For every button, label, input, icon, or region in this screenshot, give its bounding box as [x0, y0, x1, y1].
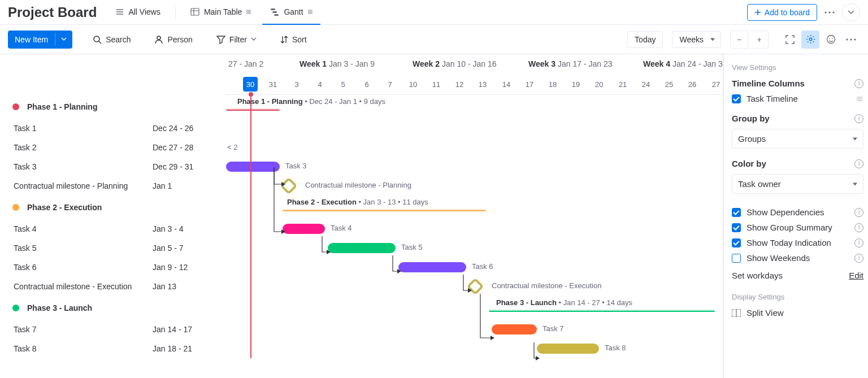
task-bar-label: Task 8	[605, 344, 626, 352]
sort-button[interactable]: Sort	[275, 32, 313, 47]
task-row[interactable]: Task 3Dec 29 - 31	[0, 157, 226, 176]
task-bar-label: Task 3	[285, 162, 307, 170]
task-row[interactable]: Task 7Jan 14 - 17	[0, 320, 226, 339]
color-by-select[interactable]: Task owner	[732, 174, 863, 194]
checkbox-icon[interactable]	[732, 208, 741, 217]
task-row[interactable]: Task 8Jan 18 - 21	[0, 339, 226, 358]
new-item-button[interactable]: New Item	[8, 31, 72, 49]
dependency-arrow-icon	[327, 250, 331, 254]
gantt-body[interactable]: Phase 1 - Planning • Dec 24 - Jan 1 • 9 …	[226, 95, 723, 358]
task-bar[interactable]	[398, 262, 466, 272]
day-label: 4	[313, 77, 327, 92]
zoom-out-button[interactable]: −	[730, 31, 748, 49]
day-label: 13	[475, 77, 490, 92]
svg-point-8	[157, 36, 160, 40]
task-row[interactable]: Task 2Dec 27 - 28	[0, 138, 226, 157]
summary-bar[interactable]	[489, 310, 715, 312]
task-name: Task 6	[12, 263, 153, 272]
task-row[interactable]: Contractual milestone - ExecutionJan 13	[0, 277, 226, 296]
group-by-select[interactable]: Groups	[732, 129, 863, 149]
scale-select[interactable]: Weeks	[672, 31, 721, 48]
task-name: Task 1	[12, 124, 153, 133]
task-name: Contractual milestone - Planning	[12, 181, 153, 190]
task-bar[interactable]	[537, 344, 599, 354]
search-button[interactable]: Search	[87, 32, 136, 47]
collapse-button[interactable]	[842, 3, 860, 21]
feedback-button[interactable]	[822, 31, 840, 49]
info-icon[interactable]: i	[854, 238, 863, 247]
setting-show-weekends[interactable]: Show Weekendsi	[732, 253, 863, 263]
tab-gantt[interactable]: Gantt	[262, 0, 320, 25]
info-icon[interactable]: i	[854, 223, 863, 232]
svg-point-11	[829, 38, 830, 39]
edit-workdays-link[interactable]: Edit	[849, 271, 863, 280]
group-row[interactable]: Phase 2 - Execution	[0, 195, 226, 219]
today-button[interactable]: Today	[627, 31, 663, 48]
gantt-row: Phase 1 - Planning • Dec 24 - Jan 1 • 9 …	[226, 95, 723, 119]
checkbox-icon[interactable]	[732, 238, 741, 247]
task-bar[interactable]	[328, 243, 396, 253]
summary-bar[interactable]	[226, 108, 280, 111]
task-name: Contractual milestone - Execution	[12, 282, 153, 291]
gantt-row: Task 7	[226, 320, 723, 339]
more-button[interactable]	[842, 31, 860, 49]
info-icon[interactable]: i	[854, 159, 863, 168]
task-name: Task 4	[12, 224, 153, 233]
svg-point-6	[832, 11, 834, 13]
plus-icon: +	[757, 35, 761, 44]
person-filter-button[interactable]: Person	[149, 32, 198, 47]
person-icon	[154, 35, 163, 44]
task-row[interactable]: Task 5Jan 5 - 7	[0, 238, 226, 258]
checkbox-icon[interactable]	[732, 223, 741, 232]
setting-show-deps[interactable]: Show Dependenciesi	[732, 207, 863, 217]
smile-icon	[826, 34, 836, 44]
checkbox-icon[interactable]	[732, 94, 741, 103]
group-row[interactable]: Phase 1 - Planning	[0, 95, 226, 119]
day-label: 30	[243, 77, 258, 92]
task-row[interactable]: Contractual milestone - PlanningJan 1	[0, 176, 226, 195]
setting-split-view[interactable]: Split View	[732, 308, 863, 318]
info-icon[interactable]: i	[854, 79, 863, 88]
dependency-arrow-icon	[397, 269, 401, 273]
info-icon[interactable]: i	[854, 114, 863, 123]
group-row[interactable]: Phase 3 - Launch	[0, 296, 226, 320]
setting-show-today[interactable]: Show Today Indicationi	[732, 238, 863, 247]
day-label: 19	[568, 77, 583, 92]
checkbox-icon[interactable]	[732, 254, 741, 263]
task-row[interactable]: Task 6Jan 9 - 12	[0, 258, 226, 277]
filter-button[interactable]: Filter	[211, 32, 262, 47]
fullscreen-button[interactable]	[781, 31, 799, 49]
new-item-dropdown[interactable]	[55, 33, 72, 46]
summary-bar[interactable]	[283, 209, 486, 211]
day-label: 6	[359, 77, 374, 92]
task-bar-label: Task 5	[401, 243, 423, 251]
tab-main-table[interactable]: Main Table	[183, 0, 259, 25]
task-bar[interactable]	[492, 324, 537, 334]
add-to-board-button[interactable]: Add to board	[747, 4, 817, 21]
gantt-panel[interactable]: 27 - Jan 2 Week 1 Jan 3 - Jan 9Week 2 Ja…	[226, 54, 723, 378]
task-range: Jan 9 - 12	[153, 263, 226, 272]
task-row[interactable]: Task 4Jan 3 - 4	[0, 219, 226, 238]
week-label: Week 3 Jan 17 - Jan 23	[528, 54, 613, 73]
info-icon[interactable]: i	[854, 208, 863, 217]
more-menu-button[interactable]	[821, 3, 839, 21]
settings-button[interactable]	[801, 31, 819, 49]
setting-task-timeline[interactable]: Task Timeline	[732, 94, 863, 103]
svg-point-14	[850, 38, 852, 40]
task-bar[interactable]	[226, 162, 280, 172]
day-label: 25	[662, 77, 676, 92]
task-row[interactable]: Task 1Dec 24 - 26	[0, 119, 226, 138]
svg-rect-1	[271, 8, 275, 10]
all-views-button[interactable]: All Views	[108, 0, 168, 25]
dots-icon	[846, 38, 856, 41]
day-label: 31	[266, 77, 280, 92]
task-bar[interactable]	[283, 224, 325, 234]
handle-icon[interactable]	[856, 95, 863, 103]
task-bar-label: Task 7	[542, 324, 564, 333]
group-color-dot	[12, 103, 19, 110]
zoom-in-button[interactable]: +	[750, 31, 769, 49]
setting-show-summary[interactable]: Show Group Summaryi	[732, 223, 863, 232]
gantt-row: Task 5	[226, 238, 723, 258]
info-icon[interactable]: i	[854, 254, 863, 263]
task-range: Dec 27 - 28	[153, 143, 226, 152]
